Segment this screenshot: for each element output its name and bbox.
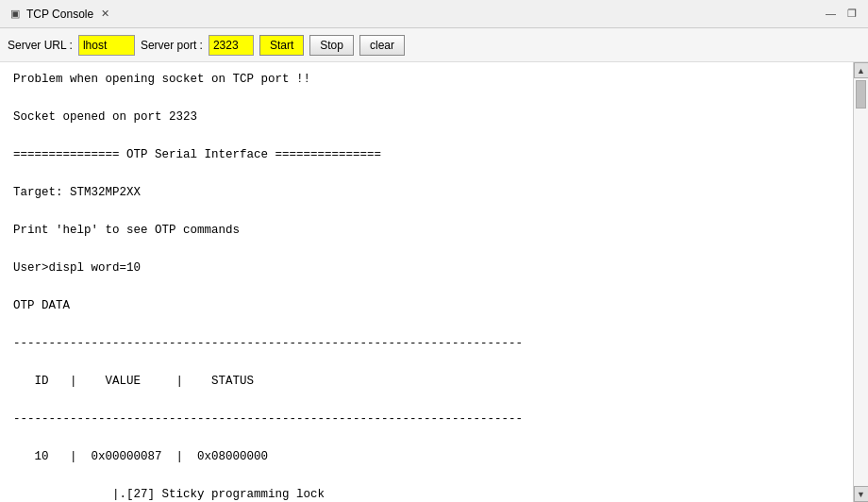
console-line: OTP DATA — [13, 296, 840, 315]
console-line — [13, 202, 840, 221]
console-line — [13, 391, 840, 410]
toolbar: Server URL : Server port : Start Stop cl… — [0, 28, 868, 62]
console-line: User>displ word=10 — [13, 259, 840, 277]
server-port-input[interactable] — [209, 35, 254, 56]
stop-button[interactable]: Stop — [309, 35, 354, 56]
scrollbar-track[interactable] — [854, 78, 868, 486]
console-line: Socket opened on port 2323 — [13, 108, 840, 126]
console-output: Problem when opening socket on TCP port … — [0, 62, 853, 502]
tab-close-button[interactable]: ✕ — [101, 8, 109, 20]
scroll-up-arrow[interactable]: ▲ — [854, 62, 869, 78]
server-url-label: Server URL : — [8, 39, 73, 52]
console-line — [13, 240, 840, 259]
console-line — [13, 428, 840, 447]
start-button[interactable]: Start — [259, 35, 304, 56]
console-line: Print 'help' to see OTP commands — [13, 221, 840, 240]
main-area: Problem when opening socket on TCP port … — [0, 62, 868, 502]
console-line: Problem when opening socket on TCP port … — [13, 70, 840, 89]
server-port-label: Server port : — [141, 39, 203, 52]
window-controls: — ❐ — [822, 8, 860, 20]
app-icon: ▣ — [8, 7, 23, 22]
window-title: TCP Console — [26, 8, 93, 21]
scroll-down-arrow[interactable]: ▼ — [854, 486, 869, 502]
console-line: ----------------------------------------… — [13, 334, 840, 353]
console-line — [13, 315, 840, 334]
restore-button[interactable]: ❐ — [843, 8, 860, 20]
title-bar: ▣ TCP Console ✕ — ❐ — [0, 0, 868, 28]
console-line — [13, 89, 840, 108]
console-line: Target: STM32MP2XX — [13, 183, 840, 202]
console-line: ID | VALUE | STATUS — [13, 372, 840, 391]
console-line: 10 | 0x00000087 | 0x08000000 — [13, 447, 840, 466]
console-line — [13, 466, 840, 485]
scrollbar-thumb[interactable] — [856, 80, 866, 109]
scrollbar[interactable]: ▲ ▼ — [853, 62, 868, 502]
minimize-button[interactable]: — — [822, 8, 840, 20]
console-line: |.[27] Sticky programming lock — [13, 485, 840, 502]
console-line — [13, 126, 840, 145]
console-line — [13, 353, 840, 372]
console-line — [13, 277, 840, 296]
clear-button[interactable]: clear — [359, 35, 405, 56]
console-line: ----------------------------------------… — [13, 410, 840, 428]
console-line: =============== OTP Serial Interface ===… — [13, 145, 840, 164]
console-line — [13, 164, 840, 183]
server-url-input[interactable] — [78, 35, 135, 56]
